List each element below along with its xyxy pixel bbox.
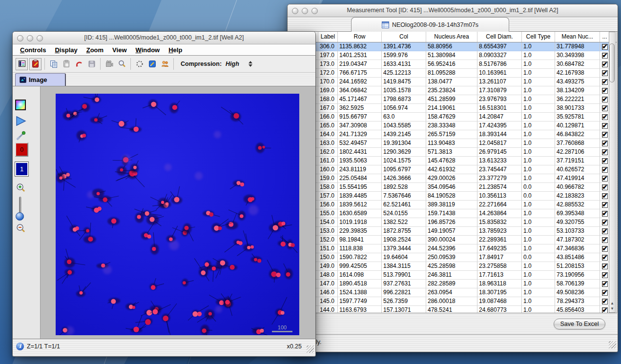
zoom-slider-knob[interactable] bbox=[16, 212, 24, 221]
row-checkbox[interactable] bbox=[602, 281, 608, 287]
table-row[interactable]: 151.01118.8381379.3444244.5239617.649235… bbox=[290, 244, 617, 253]
table-row[interactable]: 160.0243.811191095.6797442.6193223.74544… bbox=[290, 165, 617, 174]
row-checkbox[interactable] bbox=[602, 202, 608, 208]
menu-controls[interactable]: Controls bbox=[16, 46, 50, 54]
display-settings-toggle[interactable] bbox=[16, 58, 28, 70]
row-checkbox[interactable] bbox=[602, 299, 608, 304]
row-checkbox[interactable] bbox=[602, 114, 608, 120]
zoom-button[interactable] bbox=[37, 35, 43, 41]
zoom-out-icon[interactable] bbox=[15, 223, 27, 234]
table-row[interactable]: 156.01839.561262.521461389.3811922.27166… bbox=[290, 201, 617, 209]
colormap-icon[interactable] bbox=[15, 100, 26, 110]
scrollbar-arrows[interactable]: ▲▼ bbox=[609, 301, 615, 311]
table-row[interactable]: 168.045.1714671798.6873451.2859923.97679… bbox=[290, 95, 617, 104]
channel-1-button[interactable]: 1 bbox=[15, 162, 28, 176]
menu-zoom[interactable]: Zoom bbox=[82, 46, 108, 54]
table-row[interactable]: 159.0225.054841426.3666429.0002623.37727… bbox=[290, 174, 617, 183]
table-row[interactable]: 153.0229.398351872.8755149.1905713.78592… bbox=[290, 227, 617, 236]
row-checkbox[interactable] bbox=[602, 220, 608, 225]
row-checkbox[interactable] bbox=[602, 237, 608, 243]
table-row[interactable]: 152.098.198411908.2524390.0002422.289361… bbox=[290, 236, 617, 244]
save-button[interactable] bbox=[86, 59, 97, 70]
image-window-titlebar[interactable]: [ID: 415] ...Well0005/mode1_z000_t000_im… bbox=[13, 32, 315, 44]
paste-button[interactable] bbox=[61, 59, 72, 70]
table-row[interactable]: 165.0347.309081043.5585238.3334817.42439… bbox=[290, 121, 617, 130]
column-header[interactable]: Cell Diam. bbox=[477, 32, 522, 42]
row-checkbox[interactable] bbox=[602, 88, 608, 94]
table-row[interactable]: 155.01630.6589524.0155159.7143814.263864… bbox=[290, 209, 617, 218]
table-row[interactable]: 162.01802.44311290.3629571.381326.979145… bbox=[290, 148, 617, 157]
log-tab[interactable]: NEOlog2008-09-18-14h37m07s bbox=[351, 17, 509, 32]
column-header[interactable]: Cell Type bbox=[522, 32, 555, 42]
table-row[interactable]: 158.015.5541951892.528354.0954621.238574… bbox=[290, 183, 617, 192]
zoom-button[interactable] bbox=[311, 8, 318, 14]
movie-button[interactable] bbox=[104, 59, 115, 70]
row-checkbox[interactable] bbox=[602, 193, 608, 199]
row-checkbox[interactable] bbox=[602, 79, 608, 85]
compression-stepper[interactable] bbox=[248, 61, 252, 67]
save-to-excel-button[interactable]: Save To Excel bbox=[554, 319, 605, 329]
column-header[interactable]: Label bbox=[318, 32, 338, 42]
table-row[interactable]: 172.0766.67175425.1221381.09528810.16396… bbox=[290, 69, 617, 78]
find-button[interactable] bbox=[116, 59, 127, 70]
table-row[interactable]: 161.01935.50631024.1575145.4762813.61323… bbox=[290, 157, 617, 165]
row-checkbox[interactable] bbox=[602, 53, 608, 59]
row-checkbox[interactable] bbox=[602, 141, 608, 146]
menu-display[interactable]: Display bbox=[50, 46, 82, 54]
column-header[interactable]: Nucleus Area bbox=[426, 32, 477, 42]
minimize-button[interactable] bbox=[302, 8, 308, 14]
row-checkbox[interactable] bbox=[602, 167, 608, 173]
scrollbar-thumb[interactable] bbox=[609, 43, 615, 82]
resize-grip[interactable] bbox=[307, 345, 314, 353]
row-checkbox[interactable] bbox=[602, 158, 608, 164]
edit-image-button[interactable] bbox=[146, 59, 158, 70]
row-checkbox[interactable] bbox=[602, 97, 608, 102]
play-icon[interactable] bbox=[15, 116, 27, 126]
row-checkbox[interactable] bbox=[602, 255, 608, 261]
table-row[interactable]: 167.0362.59251056.974214.1906116.5183011… bbox=[290, 104, 617, 113]
row-checkbox[interactable] bbox=[602, 307, 608, 313]
table-scrollbar[interactable]: ▲▼ bbox=[609, 32, 616, 313]
tab-image[interactable]: Image bbox=[15, 73, 66, 86]
undo-button[interactable] bbox=[73, 59, 84, 70]
compression-value[interactable]: High bbox=[226, 61, 239, 67]
row-checkbox[interactable] bbox=[602, 176, 608, 182]
annotation-toggle[interactable] bbox=[29, 58, 41, 70]
row-checkbox[interactable] bbox=[602, 123, 608, 129]
table-row[interactable]: 170.0244.165921419.8475138.047713.261107… bbox=[290, 78, 617, 86]
table-row[interactable]: 148.01614.098513.79901246.381117.716131.… bbox=[290, 271, 617, 280]
row-checkbox[interactable] bbox=[602, 290, 608, 296]
row-checkbox[interactable] bbox=[602, 44, 608, 50]
table-row[interactable]: 144.01163.6793157.13071478.524124.680773… bbox=[290, 306, 617, 313]
info-icon[interactable]: i bbox=[16, 343, 24, 350]
row-checkbox[interactable] bbox=[602, 263, 608, 269]
table-row[interactable]: 166.0915.6679763.0158.4762914.208471.035… bbox=[290, 113, 617, 121]
table-row[interactable]: 150.01590.782219.64604250.0953917.849170… bbox=[290, 253, 617, 262]
micrograph[interactable]: 100 bbox=[56, 94, 299, 335]
column-header[interactable]: ... bbox=[600, 32, 610, 42]
table-row[interactable]: 147.01890.4518937.27631282.2858918.96311… bbox=[290, 280, 617, 288]
minimize-button[interactable] bbox=[27, 35, 33, 41]
row-checkbox[interactable] bbox=[602, 105, 608, 111]
row-checkbox[interactable] bbox=[602, 184, 608, 190]
menu-window[interactable]: Window bbox=[131, 46, 165, 54]
menu-help[interactable]: Help bbox=[164, 46, 186, 54]
close-button[interactable] bbox=[17, 35, 23, 41]
table-row[interactable]: 154.01019.19181382.522196.8572615.835832… bbox=[290, 218, 617, 227]
close-button[interactable] bbox=[292, 8, 298, 14]
measurement-window-titlebar[interactable]: Measurement Tool [ID: 415] ...Well0005/m… bbox=[288, 4, 618, 17]
column-header[interactable]: Mean Nuc... bbox=[555, 32, 600, 42]
table-row[interactable]: 157.01839.44857.536764684.19052810.35611… bbox=[290, 192, 617, 201]
table-row[interactable]: 145.01597.7749526.7359286.0001819.087468… bbox=[290, 297, 617, 306]
table-row[interactable]: 146.01524.1388996.22821263.095418.307195… bbox=[290, 288, 617, 297]
zoom-in-icon[interactable] bbox=[15, 182, 27, 193]
select-region-button[interactable] bbox=[134, 59, 145, 70]
row-checkbox[interactable] bbox=[602, 228, 608, 234]
table-row[interactable]: 169.0364.068421035.1578235.2382417.31087… bbox=[290, 86, 617, 95]
table-row[interactable]: 149.0999.425051384.3115425.2859823.27585… bbox=[290, 262, 617, 271]
row-checkbox[interactable] bbox=[602, 272, 608, 278]
row-checkbox[interactable] bbox=[602, 61, 608, 67]
row-checkbox[interactable] bbox=[602, 246, 608, 252]
eyedropper-icon[interactable] bbox=[15, 130, 27, 141]
row-checkbox[interactable] bbox=[602, 132, 608, 138]
